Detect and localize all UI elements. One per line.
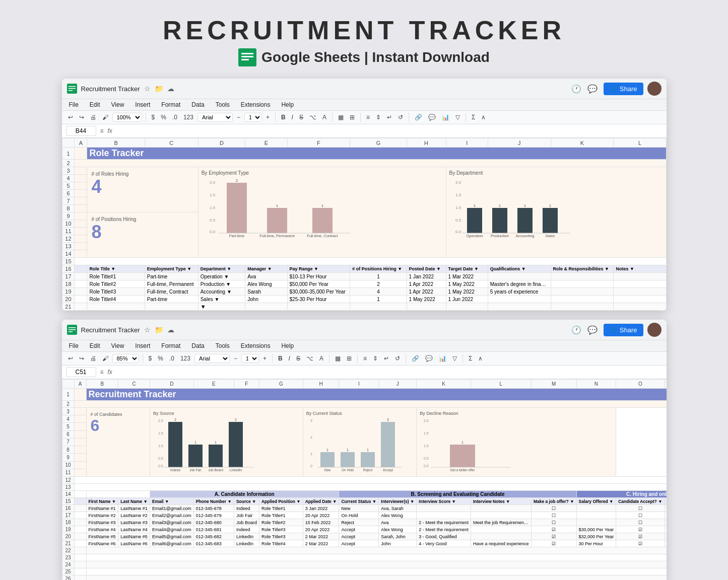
comment-icon-2[interactable]: 💬: [587, 325, 598, 335]
history-icon-1[interactable]: 🕐: [571, 84, 581, 94]
menu-insert-1[interactable]: Insert: [133, 100, 152, 109]
zoom-select-1[interactable]: 100%: [112, 113, 142, 122]
italic-btn-1[interactable]: I: [290, 113, 295, 122]
valign-btn-1[interactable]: ⇕: [374, 113, 383, 122]
chart-btn-2[interactable]: 📊: [437, 354, 448, 363]
align-btn-1[interactable]: ≡: [364, 113, 372, 122]
svg-rect-73: [381, 422, 395, 467]
formula-expand-2[interactable]: ≡: [100, 369, 104, 376]
chart-btn-1[interactable]: 📊: [440, 113, 451, 122]
folder-icon-1[interactable]: 📁: [155, 85, 163, 93]
comment-btn-2[interactable]: 💬: [423, 354, 435, 363]
fill-color-btn-1[interactable]: A: [320, 113, 328, 122]
paint-format-button-2[interactable]: 🖌: [100, 354, 110, 363]
menu-extensions-1[interactable]: Extensions: [239, 100, 273, 109]
cloud-icon-2[interactable]: ☁: [167, 326, 174, 334]
svg-rect-85: [450, 445, 475, 467]
font-select-1[interactable]: Arial: [197, 113, 233, 122]
cell-a1[interactable]: [75, 148, 87, 160]
page-subtitle: Google Sheets | Instant Download: [163, 48, 565, 66]
menu-insert-2[interactable]: Insert: [133, 341, 152, 350]
bold-btn-1[interactable]: B: [279, 113, 288, 122]
comment-icon-1[interactable]: 💬: [587, 84, 598, 94]
formula-expand-1[interactable]: ≡: [100, 127, 104, 134]
menu-file-2[interactable]: File: [67, 341, 81, 350]
currency-btn-1[interactable]: $: [150, 113, 157, 122]
expand-btn-2[interactable]: ∧: [476, 354, 485, 363]
menu-data-2[interactable]: Data: [189, 341, 206, 350]
table-row: 19 FirstName #4 LastName #4 Email4@gmail…: [62, 526, 667, 533]
format-btn-2[interactable]: 123: [178, 354, 192, 363]
link-btn-1[interactable]: 🔗: [413, 113, 424, 122]
font-size-2[interactable]: 10: [241, 354, 259, 363]
filter-btn-1[interactable]: ▽: [453, 113, 462, 122]
menu-tools-1[interactable]: Tools: [214, 100, 232, 109]
percent-btn-1[interactable]: %: [159, 113, 168, 122]
link-btn-2[interactable]: 🔗: [410, 354, 421, 363]
borders-btn-2[interactable]: ▦: [333, 354, 343, 363]
history-icon-2[interactable]: 🕐: [571, 325, 581, 335]
share-button-2[interactable]: 👤 Share: [604, 324, 643, 336]
font-select-2[interactable]: Arial: [194, 354, 230, 363]
menu-file-1[interactable]: File: [67, 100, 81, 109]
format-btn-1[interactable]: 123: [181, 113, 195, 122]
rotate-btn-1[interactable]: ↺: [396, 113, 405, 122]
valign-btn-2[interactable]: ⇕: [371, 354, 380, 363]
star-icon-2[interactable]: ☆: [144, 326, 151, 334]
star-icon-1[interactable]: ☆: [144, 85, 151, 93]
borders-btn-1[interactable]: ▦: [336, 113, 346, 122]
decimal-btn-1[interactable]: .0: [170, 113, 179, 122]
sigma-btn-1[interactable]: Σ: [470, 113, 477, 122]
menu-help-1[interactable]: Help: [279, 100, 296, 109]
comment-btn-1[interactable]: 💬: [426, 113, 438, 122]
menu-extensions-2[interactable]: Extensions: [239, 341, 273, 350]
menu-edit-2[interactable]: Edit: [88, 341, 102, 350]
bold-btn-2[interactable]: B: [276, 354, 285, 363]
merge-btn-1[interactable]: ⊞: [348, 113, 357, 122]
menu-view-2[interactable]: View: [109, 341, 126, 350]
fill-color-btn-2[interactable]: A: [317, 354, 325, 363]
font-size-1[interactable]: 10: [244, 113, 262, 122]
strikethrough-btn-2[interactable]: S: [294, 354, 302, 363]
font-decrease-1[interactable]: −: [235, 113, 242, 122]
table-row: 21 FirstName #6 LastName #6 Email6@gmail…: [62, 540, 667, 547]
redo-button-2[interactable]: ↪: [77, 354, 86, 363]
paint-format-button-1[interactable]: 🖌: [100, 113, 110, 122]
decimal-btn-2[interactable]: .0: [167, 354, 176, 363]
menu-format-1[interactable]: Format: [159, 100, 182, 109]
more-format-btn-2[interactable]: ⌥: [304, 354, 315, 363]
cloud-icon-1[interactable]: ☁: [167, 85, 174, 93]
menu-view-1[interactable]: View: [109, 100, 126, 109]
merge-btn-2[interactable]: ⊞: [345, 354, 354, 363]
cell-ref-input-1[interactable]: [66, 126, 96, 136]
menu-edit-1[interactable]: Edit: [88, 100, 102, 109]
currency-btn-2[interactable]: $: [147, 354, 154, 363]
menu-tools-2[interactable]: Tools: [214, 341, 232, 350]
menu-format-2[interactable]: Format: [159, 341, 182, 350]
align-btn-2[interactable]: ≡: [361, 354, 369, 363]
folder-icon-2[interactable]: 📁: [155, 326, 163, 334]
italic-btn-2[interactable]: I: [287, 354, 292, 363]
cell-ref-input-2[interactable]: [66, 367, 96, 377]
menu-data-1[interactable]: Data: [189, 100, 206, 109]
expand-btn-1[interactable]: ∧: [479, 113, 488, 122]
menu-help-2[interactable]: Help: [279, 341, 296, 350]
undo-button-2[interactable]: ↩: [66, 354, 75, 363]
font-decrease-2[interactable]: −: [232, 354, 239, 363]
share-button-1[interactable]: 👤 Share: [604, 83, 643, 95]
sigma-btn-2[interactable]: Σ: [467, 354, 474, 363]
print-button-1[interactable]: 🖨: [88, 113, 98, 122]
filter-btn-2[interactable]: ▽: [450, 354, 459, 363]
wrap-btn-1[interactable]: ↵: [385, 113, 394, 122]
percent-btn-2[interactable]: %: [156, 354, 165, 363]
strikethrough-btn-1[interactable]: S: [297, 113, 305, 122]
more-format-btn-1[interactable]: ⌥: [307, 113, 318, 122]
font-increase-2[interactable]: +: [261, 354, 269, 363]
rotate-btn-2[interactable]: ↺: [393, 354, 402, 363]
print-button-2[interactable]: 🖨: [88, 354, 98, 363]
undo-button-1[interactable]: ↩: [66, 113, 75, 122]
wrap-btn-2[interactable]: ↵: [382, 354, 391, 363]
redo-button-1[interactable]: ↪: [77, 113, 86, 122]
font-increase-1[interactable]: +: [264, 113, 272, 122]
zoom-select-2[interactable]: 85%: [112, 354, 139, 363]
